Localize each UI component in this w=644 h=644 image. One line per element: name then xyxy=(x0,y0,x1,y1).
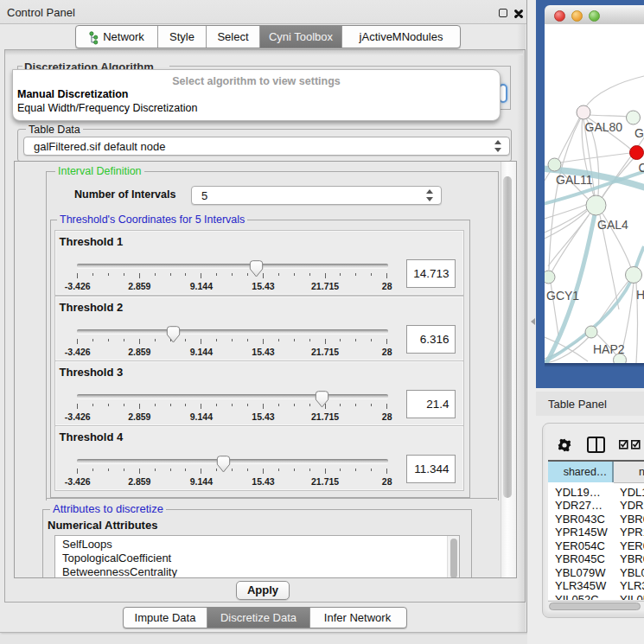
svg-text:C: C xyxy=(639,161,644,175)
svg-text:GCY1: GCY1 xyxy=(546,289,579,303)
svg-text:GA: GA xyxy=(634,126,644,140)
svg-text:GAL11: GAL11 xyxy=(556,173,593,187)
svg-text:HAP2: HAP2 xyxy=(593,342,625,356)
svg-text:GAL80: GAL80 xyxy=(585,120,623,134)
svg-text:H: H xyxy=(636,288,644,302)
svg-text:GAL4: GAL4 xyxy=(597,218,628,232)
